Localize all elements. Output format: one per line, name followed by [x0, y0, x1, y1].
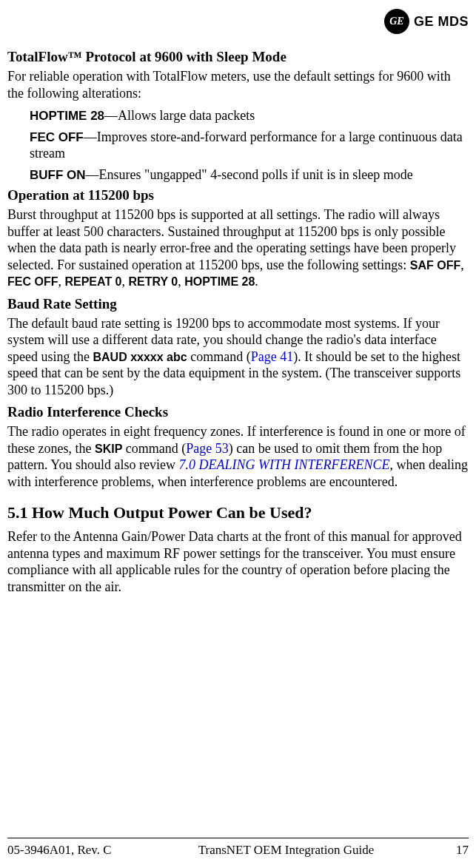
cmd-fec: FEC OFF: [7, 275, 58, 288]
link-section-7[interactable]: 7.0 DEALING WITH INTERFERENCE: [178, 457, 389, 472]
setting-buff: BUFF ON—Ensures "ungapped" 4-second poll…: [30, 166, 469, 184]
body-interference: The radio operates in eight frequency zo…: [7, 423, 469, 490]
cmd-baud: BAUD xxxxx abc: [93, 351, 187, 363]
cmd-label: BUFF ON: [30, 168, 86, 182]
text: Burst throughput at 115200 bps is suppor…: [7, 207, 456, 272]
heading-totalflow: TotalFlow™ Protocol at 9600 with Sleep M…: [7, 49, 469, 65]
cmd-desc: —Allows large data packets: [104, 108, 255, 123]
page-content: TotalFlow™ Protocol at 9600 with Sleep M…: [7, 44, 469, 838]
footer-doc-title: TransNET OEM Integration Guide: [133, 843, 439, 858]
heading-output-power: 5.1 How Much Output Power Can be Used?: [7, 503, 469, 522]
cmd-skip: SKIP: [95, 443, 122, 455]
page-header: GE GE MDS: [7, 9, 469, 34]
brand-logo: GE GE MDS: [384, 9, 469, 34]
intro-totalflow: For reliable operation with TotalFlow me…: [7, 68, 469, 101]
sep: ,: [178, 274, 184, 289]
body-115200: Burst throughput at 115200 bps is suppor…: [7, 206, 469, 290]
brand-name: GE MDS: [414, 14, 469, 30]
sep: ,: [460, 258, 464, 272]
cmd-repeat: REPEAT 0: [64, 275, 121, 288]
cmd-saf: SAF OFF: [410, 259, 460, 272]
setting-hoptime: HOPTIME 28—Allows large data packets: [30, 107, 469, 124]
cmd-desc: —Improves store-and-forward performance …: [30, 129, 463, 161]
end: .: [255, 274, 258, 289]
heading-115200: Operation at 115200 bps: [7, 187, 469, 203]
heading-baud: Baud Rate Setting: [7, 296, 469, 312]
footer-doc-id: 05-3946A01, Rev. C: [7, 843, 133, 858]
link-page-53[interactable]: Page 53: [186, 441, 229, 456]
sep: ,: [122, 274, 129, 289]
ge-monogram-text: GE: [389, 16, 403, 27]
document-page: GE GE MDS TotalFlow™ Protocol at 9600 wi…: [0, 0, 476, 868]
body-output-power: Refer to the Antenna Gain/Power Data cha…: [7, 528, 469, 595]
body-baud: The default baud rate setting is 19200 b…: [7, 315, 469, 399]
setting-fec: FEC OFF—Improves store-and-forward perfo…: [30, 129, 469, 162]
cmd-desc: —Ensures "ungapped" 4-second polls if un…: [86, 167, 413, 182]
footer-page-number: 17: [439, 843, 469, 858]
cmd-label: HOPTIME 28: [30, 109, 104, 123]
heading-interference: Radio Interference Checks: [7, 404, 469, 420]
text: command (: [122, 441, 186, 456]
cmd-label: FEC OFF: [30, 130, 84, 144]
text: command (: [187, 349, 251, 364]
page-footer: 05-3946A01, Rev. C TransNET OEM Integrat…: [7, 838, 469, 858]
cmd-retry: RETRY 0: [129, 275, 178, 288]
link-page-41[interactable]: Page 41: [251, 349, 294, 364]
cmd-hoptime: HOPTIME 28: [184, 275, 255, 288]
ge-monogram-icon: GE: [384, 9, 409, 34]
